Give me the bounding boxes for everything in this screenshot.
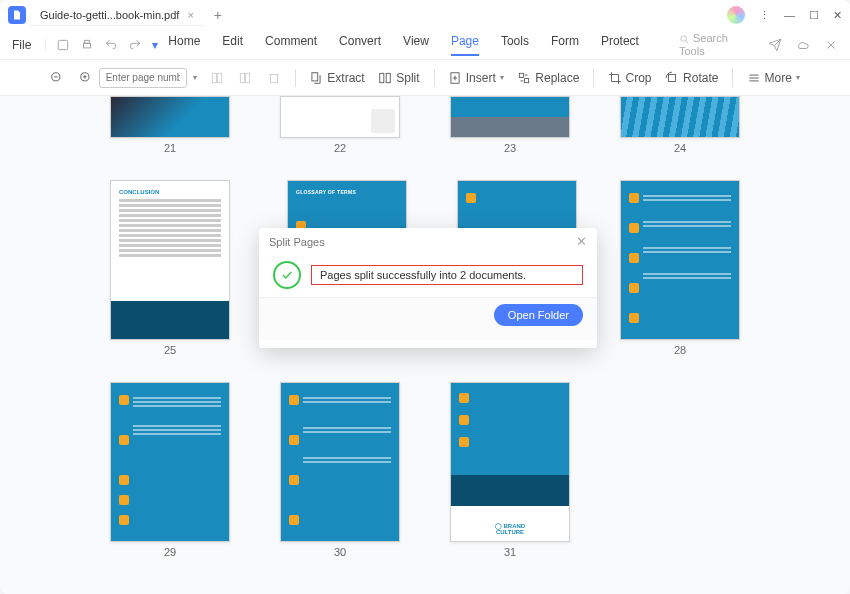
page-number: 31	[504, 546, 516, 558]
page-thumb[interactable]: ◯ BRANDCULTURE 31	[431, 382, 589, 558]
page-left-icon[interactable]	[210, 71, 224, 85]
page-thumb[interactable]: 23	[431, 96, 589, 154]
success-check-icon	[273, 261, 301, 289]
save-icon[interactable]	[56, 38, 70, 52]
thumb-heading: CONCLUSION	[119, 189, 221, 195]
insert-button[interactable]: Insert ▾	[448, 71, 504, 85]
page-thumb[interactable]: 21	[91, 96, 249, 154]
svg-rect-13	[386, 73, 390, 82]
zoom-in-icon[interactable]	[79, 71, 93, 85]
extract-button[interactable]: Extract	[309, 71, 364, 85]
tab-close-icon[interactable]: ×	[187, 9, 193, 21]
page-number: 25	[164, 344, 176, 356]
print-icon[interactable]	[80, 38, 94, 52]
dropdown-quick-icon[interactable]: ▾	[152, 38, 158, 52]
page-number: 30	[334, 546, 346, 558]
quick-access: ▾	[45, 38, 158, 52]
page-number: 29	[164, 546, 176, 558]
close-button[interactable]: ✕	[833, 9, 842, 22]
svg-rect-0	[59, 40, 68, 49]
tab-page[interactable]: Page	[451, 34, 479, 56]
maximize-button[interactable]: ☐	[809, 9, 819, 22]
page-thumb[interactable]: 29	[91, 382, 249, 558]
page-number-input[interactable]	[99, 68, 187, 88]
svg-rect-2	[85, 40, 90, 43]
page-number: 28	[674, 344, 686, 356]
svg-point-3	[681, 36, 687, 42]
svg-rect-12	[380, 73, 384, 82]
crop-button[interactable]: Crop	[608, 71, 652, 85]
file-menu[interactable]: File	[12, 38, 31, 52]
page-thumb[interactable]: 22	[261, 96, 419, 154]
avatar[interactable]	[727, 6, 745, 24]
svg-rect-1	[84, 43, 91, 48]
more-button[interactable]: More ▾	[747, 71, 800, 85]
tab-comment[interactable]: Comment	[265, 34, 317, 56]
split-pages-dialog: Split Pages ✕ Pages split successfully i…	[259, 228, 597, 348]
titlebar-controls: ⋮ — ☐ ✕	[727, 6, 842, 24]
chevron-down-icon: ▾	[500, 73, 504, 82]
tab-convert[interactable]: Convert	[339, 34, 381, 56]
minimize-button[interactable]: —	[784, 9, 795, 21]
send-icon[interactable]	[768, 38, 782, 52]
undo-icon[interactable]	[104, 38, 118, 52]
add-tab-button[interactable]: +	[214, 7, 222, 23]
page-thumb[interactable]: 24	[601, 96, 759, 154]
tab-home[interactable]: Home	[168, 34, 200, 56]
page-number: 22	[334, 142, 346, 154]
app-icon	[8, 6, 26, 24]
tab-view[interactable]: View	[403, 34, 429, 56]
tab-title: Guide-to-getti...book-min.pdf	[40, 9, 179, 21]
replace-button[interactable]: Replace	[517, 71, 579, 85]
svg-rect-6	[212, 73, 216, 82]
page-right-icon[interactable]	[238, 71, 252, 85]
svg-rect-7	[217, 73, 221, 82]
expand-icon[interactable]	[824, 38, 838, 52]
svg-rect-8	[241, 73, 245, 82]
toolbar: ▾ Extract Split Insert ▾ Replace	[0, 60, 850, 96]
dialog-footer: Open Folder	[259, 297, 597, 340]
svg-rect-9	[246, 73, 250, 82]
document-tab[interactable]: Guide-to-getti...book-min.pdf ×	[30, 5, 204, 26]
page-thumb[interactable]: 30	[261, 382, 419, 558]
svg-rect-11	[312, 72, 318, 80]
page-number: 24	[674, 142, 686, 154]
svg-rect-16	[525, 78, 529, 82]
tab-protect[interactable]: Protect	[601, 34, 639, 56]
tab-edit[interactable]: Edit	[222, 34, 243, 56]
search-tools[interactable]: Search Tools	[679, 32, 754, 57]
tab-tools[interactable]: Tools	[501, 34, 529, 56]
svg-rect-10	[271, 74, 278, 82]
page-dropdown-icon[interactable]: ▾	[193, 73, 197, 82]
chevron-down-icon: ▾	[796, 73, 800, 82]
svg-rect-17	[669, 74, 676, 81]
dialog-close-icon[interactable]: ✕	[576, 234, 587, 249]
menu-tabs: Home Edit Comment Convert View Page Tool…	[168, 34, 639, 56]
dialog-title: Split Pages	[269, 236, 325, 248]
delete-page-icon[interactable]	[267, 71, 281, 85]
page-thumb[interactable]: 28	[601, 180, 759, 356]
page-thumb[interactable]: CONCLUSION 25	[91, 180, 249, 356]
page-number: 21	[164, 142, 176, 154]
menubar-right: Search Tools	[679, 32, 838, 57]
rotate-button[interactable]: Rotate	[665, 71, 718, 85]
menubar: File ▾ Home Edit Comment Convert View Pa…	[0, 30, 850, 60]
page-number: 23	[504, 142, 516, 154]
redo-icon[interactable]	[128, 38, 142, 52]
tab-form[interactable]: Form	[551, 34, 579, 56]
titlebar: Guide-to-getti...book-min.pdf × + ⋮ — ☐ …	[0, 0, 850, 30]
dialog-body: Pages split successfully into 2 document…	[259, 255, 597, 297]
thumb-heading: GLOSSARY OF TERMS	[288, 181, 406, 203]
dialog-header: Split Pages ✕	[259, 228, 597, 255]
split-button[interactable]: Split	[378, 71, 419, 85]
dialog-message: Pages split successfully into 2 document…	[311, 265, 583, 285]
zoom-out-icon[interactable]	[50, 71, 64, 85]
open-folder-button[interactable]: Open Folder	[494, 304, 583, 326]
kebab-icon[interactable]: ⋮	[759, 9, 770, 22]
svg-rect-15	[520, 73, 524, 77]
cloud-icon[interactable]	[796, 38, 810, 52]
